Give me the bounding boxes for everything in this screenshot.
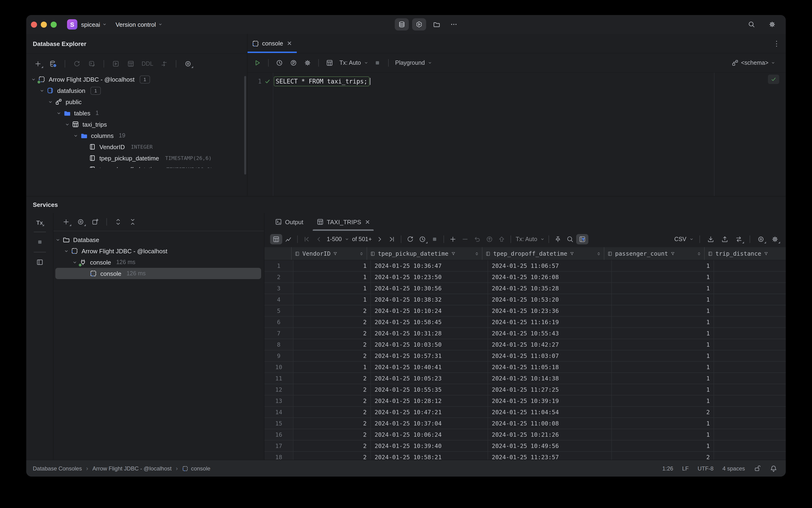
row-number[interactable]: 8 [264,339,294,350]
row-number[interactable]: 15 [264,418,294,429]
table-cell[interactable]: 2 [294,339,371,350]
table-cell[interactable]: 18.6 [714,339,786,350]
table-cell[interactable]: 1.3 [714,294,786,305]
indent-style[interactable]: 4 spaces [722,465,745,472]
expand-all-button[interactable] [112,217,124,227]
table-cell[interactable]: 2 [294,373,371,384]
tab-console[interactable]: console ✕ [247,34,297,53]
table-cell[interactable]: 2024-01-25 11:06:57 [488,260,612,271]
table-cell[interactable]: 1 [612,440,714,451]
table-cell[interactable]: 2024-01-25 10:55:35 [371,384,488,395]
grid-view-button[interactable] [270,234,282,244]
sort-icon[interactable] [697,251,702,256]
tree-item-taxi-trips[interactable]: taxi_trips [26,119,247,130]
chevron-down-icon[interactable] [47,98,53,105]
filter-icon[interactable] [451,251,455,256]
tree-item-public[interactable]: public [26,96,247,108]
table-cell[interactable]: 2024-01-25 10:23:50 [371,271,488,282]
table-cell[interactable]: 2024-01-25 10:10:24 [371,305,488,316]
breadcrumb-item[interactable]: Arrow Flight JDBC - @localhost [92,465,172,472]
row-number[interactable]: 14 [264,407,294,418]
table-cell[interactable]: 2024-01-25 10:39:40 [371,440,488,451]
scrollbar[interactable] [244,76,246,174]
add-row-button[interactable] [447,234,459,244]
maximize-window-button[interactable] [51,22,57,28]
table-cell[interactable]: 1.07 [714,305,786,316]
console-mode-selector[interactable]: Playground [393,58,434,68]
row-number[interactable]: 7 [264,328,294,339]
view-options-button[interactable] [755,234,767,244]
sort-icon[interactable] [359,251,364,256]
table-cell[interactable]: 1 [612,294,714,305]
run-configurations-button[interactable] [412,18,426,31]
settings-button[interactable] [765,18,779,31]
table-cell[interactable]: 2024-01-25 10:55:43 [488,328,612,339]
filter-panel-button[interactable] [576,234,588,244]
stop-process-button[interactable] [34,237,46,247]
tree-item-tpep-dropoff-datetime[interactable]: tpep_dropoff_datetimeTIMESTAMP(26,6) [26,164,247,168]
table-cell[interactable]: 0.75 [714,395,786,406]
table-cell[interactable]: 1 [294,362,371,373]
table-cell[interactable]: 2024-01-25 10:57:31 [371,350,488,361]
table-cell[interactable]: 2024-01-25 11:23:57 [488,452,612,461]
chevron-down-icon[interactable] [71,258,78,266]
table-cell[interactable]: 2024-01-25 10:39:19 [488,395,612,406]
add-service-button[interactable] [60,217,72,227]
table-cell[interactable]: 1 [612,339,714,350]
table-cell[interactable]: 1 [294,283,371,294]
run-button[interactable] [251,58,264,68]
table-cell[interactable]: 2 [294,350,371,361]
row-number[interactable]: 10 [264,362,294,373]
row-number[interactable]: 1 [264,260,294,271]
tree-item-datafusion[interactable]: datafusion1 [26,85,247,96]
column-header-tpep_dropoff_datetime[interactable]: tpep_dropoff_datetime [483,247,604,260]
row-number[interactable]: 12 [264,384,294,395]
view-parameters-button[interactable] [287,58,300,68]
tx-button[interactable]: Tx [35,219,45,227]
column-header-vendorid[interactable]: VendorID [291,247,367,260]
sql-statement[interactable]: SELECT * FROM taxi_trips; [274,77,369,86]
pin-tab-button[interactable] [552,234,564,244]
collapse-all-button[interactable] [127,217,139,227]
tab-output[interactable]: Output [269,213,309,231]
table-cell[interactable]: 0.43 [714,440,786,451]
table-cell[interactable]: 1 [612,350,714,361]
tree-item-arrow-flight-jdbc-localhost[interactable]: Arrow Flight JDBC - @localhost1 [26,74,247,85]
table-cell[interactable]: 2 [294,395,371,406]
editor-content[interactable]: 1 SELECT * FROM taxi_trips; [247,73,786,196]
table-cell[interactable]: 9.49 [714,328,786,339]
table-cell[interactable]: 1 [612,305,714,316]
tab-taxi-trips[interactable]: TAXI_TRIPS✕ [311,213,376,231]
table-cell[interactable]: 2024-01-25 11:03:07 [488,350,612,361]
tree-item-tables[interactable]: tables1 [26,108,247,119]
table-cell[interactable]: 2024-01-25 10:35:28 [488,283,612,294]
table-cell[interactable]: 0.8 [714,283,786,294]
tree-item-console[interactable]: console126 ms [55,268,261,279]
table-cell[interactable]: 2024-01-25 10:58:21 [371,452,488,461]
table-cell[interactable]: 2 [612,452,714,461]
tx-mode-selector[interactable]: Tx: Auto [514,234,546,244]
row-number[interactable]: 3 [264,283,294,294]
search-everywhere-button[interactable] [745,18,759,31]
row-number[interactable]: 18 [264,452,294,461]
reload-page-button[interactable] [404,234,416,244]
tree-item-database[interactable]: Database [53,234,264,245]
row-number[interactable]: 2 [264,271,294,282]
export-format-selector[interactable]: CSV [673,234,695,244]
tree-item-console[interactable]: console126 ms [53,257,264,268]
view-options-button[interactable] [182,59,194,69]
chevron-down-icon[interactable] [38,87,45,94]
table-cell[interactable]: 1.8 [714,362,786,373]
query-history-button[interactable] [273,58,285,68]
table-cell[interactable]: 2024-01-25 11:27:25 [488,384,612,395]
table-cell[interactable]: 2024-01-25 10:47:21 [371,407,488,418]
table-cell[interactable]: 2.46 [714,418,786,429]
lock-open-icon[interactable] [754,465,761,472]
chevron-down-icon[interactable] [64,121,70,128]
chevron-down-icon[interactable] [54,236,61,244]
auto-refresh-button[interactable] [416,234,428,244]
chart-view-button[interactable] [282,234,295,244]
sort-icon[interactable] [475,251,479,256]
table-cell[interactable]: 2024-01-25 10:21:26 [488,429,612,440]
filter-icon[interactable] [670,251,675,256]
